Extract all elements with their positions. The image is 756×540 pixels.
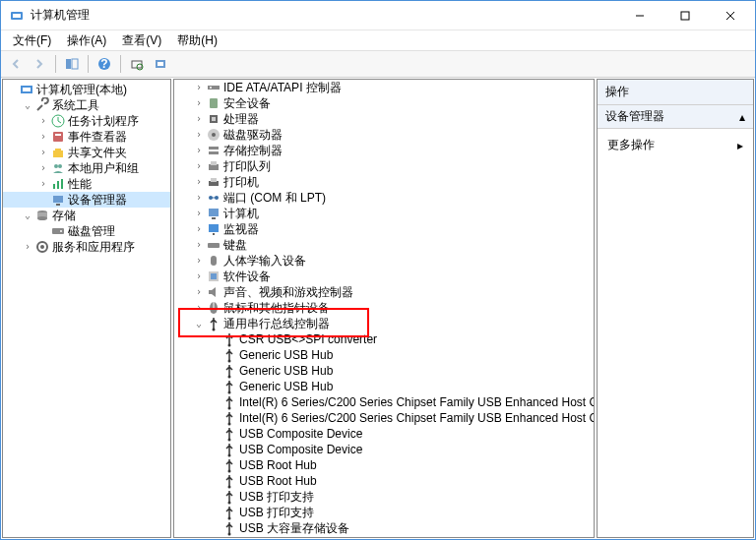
tree-node[interactable]: ›打印机 xyxy=(173,174,595,190)
tree-node[interactable]: ›计算机 xyxy=(173,206,595,221)
perf-icon xyxy=(50,176,66,192)
tree-label: 共享文件夹 xyxy=(68,145,127,160)
tree-node[interactable]: ›本地用户和组 xyxy=(3,160,170,176)
tree-node[interactable]: ·USB Root Hub xyxy=(173,473,595,489)
expand-icon[interactable]: › xyxy=(36,146,50,159)
expand-icon[interactable]: › xyxy=(192,96,206,110)
expand-icon[interactable]: › xyxy=(192,238,206,252)
tree-node[interactable]: ·Generic USB Hub xyxy=(173,347,595,363)
tree-node[interactable]: ›存储控制器 xyxy=(173,143,595,158)
tree-label: 鼠标和其他指针设备 xyxy=(223,300,330,316)
tree-node[interactable]: ·Intel(R) 6 Series/C200 Series Chipset F… xyxy=(173,394,595,410)
tree-node[interactable]: ·计算机管理(本地) xyxy=(3,82,170,97)
expand-icon[interactable]: › xyxy=(192,112,206,126)
expand-icon[interactable]: › xyxy=(192,81,206,94)
tree-label: Intel(R) 6 Series/C200 Series Chipset Fa… xyxy=(239,394,595,410)
collapse-icon[interactable]: ⌄ xyxy=(21,98,34,112)
devices-button[interactable] xyxy=(150,53,171,75)
tree-node[interactable]: ·CSR USB<>SPI converter xyxy=(173,331,595,347)
expand-icon[interactable]: › xyxy=(192,285,206,299)
tree-node[interactable]: ›人体学输入设备 xyxy=(173,253,595,269)
expand-icon[interactable]: › xyxy=(192,254,206,268)
tree-node[interactable]: ›任务计划程序 xyxy=(3,113,170,129)
svg-rect-35 xyxy=(208,86,220,90)
tree-node[interactable]: ›软件设备 xyxy=(173,269,595,284)
tree-node[interactable]: ›打印队列 xyxy=(173,158,595,174)
tree-node[interactable]: ·USB Composite Device xyxy=(173,426,595,442)
tree-node[interactable]: ·USB Root Hub xyxy=(173,457,595,473)
expand-icon[interactable]: › xyxy=(192,270,206,283)
tree-node[interactable]: ›监视器 xyxy=(173,221,595,237)
show-hide-tree-button[interactable] xyxy=(61,53,83,75)
tree-node[interactable]: ·Generic USB Hub xyxy=(173,379,595,394)
tree-node[interactable]: ⌄存储 xyxy=(3,208,170,223)
menu-help[interactable]: 帮助(H) xyxy=(169,30,225,51)
svg-point-34 xyxy=(40,245,44,249)
tree-label: IDE ATA/ATAPI 控制器 xyxy=(223,80,342,95)
expand-icon[interactable]: › xyxy=(192,159,206,173)
expand-icon[interactable]: › xyxy=(21,240,34,254)
audio-icon xyxy=(206,284,221,300)
window-title: 计算机管理 xyxy=(31,7,617,24)
tree-node[interactable]: ⌄通用串行总线控制器 xyxy=(173,316,595,331)
expand-icon[interactable]: › xyxy=(192,144,206,157)
maximize-button[interactable] xyxy=(662,2,708,30)
tree-node[interactable]: ›服务和应用程序 xyxy=(3,239,170,255)
tree-node[interactable]: ›鼠标和其他指针设备 xyxy=(173,300,595,316)
expand-icon[interactable]: › xyxy=(36,161,50,175)
close-button[interactable] xyxy=(708,2,753,30)
scan-button[interactable] xyxy=(126,53,148,75)
tree-node[interactable]: ›磁盘驱动器 xyxy=(173,127,595,143)
tree-node[interactable]: ›图像设备 xyxy=(173,536,595,538)
menu-file[interactable]: 文件(F) xyxy=(5,30,59,51)
tree-node[interactable]: ›IDE ATA/ATAPI 控制器 xyxy=(173,80,595,95)
tree-node[interactable]: ·USB 大容量存储设备 xyxy=(173,520,595,536)
center-pane[interactable]: ›IDE ATA/ATAPI 控制器›安全设备›处理器›磁盘驱动器›存储控制器›… xyxy=(173,79,595,538)
tree-node[interactable]: ›事件查看器 xyxy=(3,129,170,145)
expand-icon[interactable]: › xyxy=(192,207,206,220)
tree-node[interactable]: ·Intel(R) 6 Series/C200 Series Chipset F… xyxy=(173,410,595,426)
expand-icon[interactable]: › xyxy=(36,177,50,191)
tree-node[interactable]: ·设备管理器 xyxy=(3,192,170,208)
left-pane[interactable]: ·计算机管理(本地)⌄系统工具›任务计划程序›事件查看器›共享文件夹›本地用户和… xyxy=(2,79,171,538)
tree-node[interactable]: ›声音、视频和游戏控制器 xyxy=(173,284,595,300)
tree-node[interactable]: ⌄系统工具 xyxy=(3,97,170,113)
users-icon xyxy=(50,160,66,176)
tree-label: 声音、视频和游戏控制器 xyxy=(223,284,353,300)
tree-node[interactable]: ·USB 打印支持 xyxy=(173,505,595,520)
expand-icon[interactable]: › xyxy=(192,537,206,538)
expand-icon[interactable]: › xyxy=(36,130,50,144)
tree-node[interactable]: ›端口 (COM 和 LPT) xyxy=(173,190,595,206)
svg-rect-31 xyxy=(52,228,64,234)
tree-label: 存储 xyxy=(52,208,76,223)
expand-icon[interactable]: › xyxy=(192,191,206,205)
expand-icon[interactable]: › xyxy=(192,301,206,315)
expand-icon[interactable]: › xyxy=(192,128,206,142)
menu-action[interactable]: 操作(A) xyxy=(59,30,114,51)
expand-icon[interactable]: › xyxy=(192,175,206,189)
expand-icon[interactable]: › xyxy=(36,114,50,128)
tree-node[interactable]: ·Generic USB Hub xyxy=(173,363,595,379)
minimize-button[interactable] xyxy=(617,2,662,30)
tree-node[interactable]: ›键盘 xyxy=(173,237,595,253)
tree-node[interactable]: ·磁盘管理 xyxy=(3,223,170,239)
printq-icon xyxy=(206,158,221,174)
usb-icon xyxy=(221,489,237,505)
menu-view[interactable]: 查看(V) xyxy=(114,30,169,51)
svg-rect-55 xyxy=(208,243,220,248)
forward-button[interactable] xyxy=(29,53,50,75)
tree-node[interactable]: ·USB Composite Device xyxy=(173,442,595,457)
help-button[interactable]: ? xyxy=(94,53,115,75)
tree-node[interactable]: ›处理器 xyxy=(173,111,595,127)
svg-point-30 xyxy=(37,216,47,220)
collapse-icon[interactable]: ⌄ xyxy=(192,317,206,330)
back-button[interactable] xyxy=(5,53,27,75)
tree-node[interactable]: ·USB 打印支持 xyxy=(173,489,595,505)
tree-node[interactable]: ›共享文件夹 xyxy=(3,145,170,160)
expand-icon[interactable]: › xyxy=(192,222,206,236)
more-actions-link[interactable]: 更多操作 ▸ xyxy=(607,135,743,155)
tree-node[interactable]: ›安全设备 xyxy=(173,95,595,111)
actions-section[interactable]: 设备管理器 ▴ xyxy=(598,105,753,129)
tree-node[interactable]: ›性能 xyxy=(3,176,170,192)
collapse-icon[interactable]: ⌄ xyxy=(21,209,34,222)
